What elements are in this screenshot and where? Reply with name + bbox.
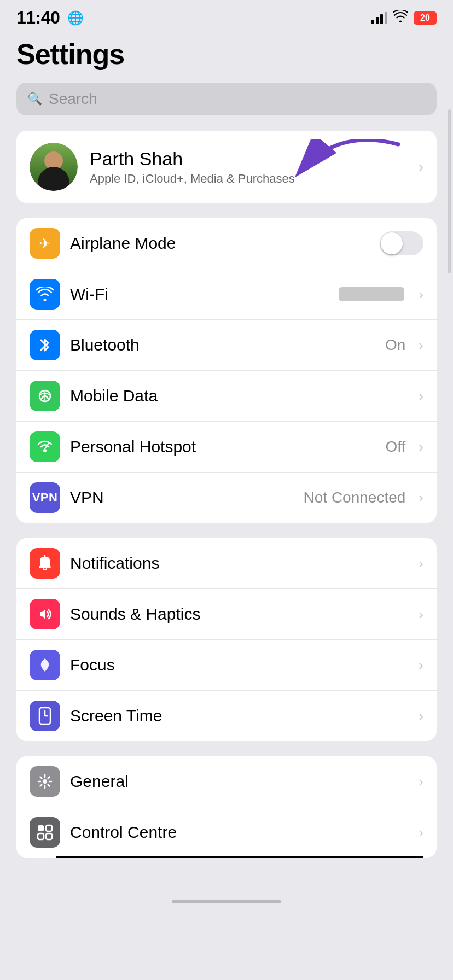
avatar — [30, 143, 78, 191]
list-item[interactable]: Wi-Fi › — [16, 269, 437, 319]
profile-subtitle: Apple ID, iCloud+, Media & Purchases — [90, 172, 406, 186]
focus-icon — [30, 650, 60, 680]
list-item[interactable]: VPN VPN Not Connected › — [16, 472, 437, 523]
wifi-icon — [30, 279, 60, 310]
wifi-label: Wi-Fi — [70, 285, 329, 304]
svg-rect-4 — [39, 566, 51, 568]
search-bar[interactable]: 🔍 Search — [16, 83, 437, 115]
sounds-chevron: › — [419, 606, 423, 623]
svg-line-11 — [40, 777, 42, 779]
list-item[interactable]: ✈ Airplane Mode — [16, 218, 437, 269]
svg-rect-17 — [38, 833, 44, 839]
list-item[interactable]: Focus › — [16, 639, 437, 690]
page-content: Settings 🔍 Search — [0, 32, 453, 889]
control-centre-label: Control Centre — [70, 823, 409, 842]
svg-line-14 — [48, 777, 50, 779]
wifi-status-icon — [393, 10, 408, 26]
list-item[interactable]: General › — [16, 756, 437, 807]
airplane-mode-toggle[interactable] — [380, 231, 423, 255]
screen-time-icon — [30, 701, 60, 731]
notifications-icon — [30, 548, 60, 579]
wifi-value-blur — [339, 287, 404, 301]
general-section: General › Control Centre › — [16, 756, 437, 858]
list-item[interactable]: Screen Time › — [16, 690, 437, 741]
focus-label: Focus — [70, 656, 409, 674]
list-item[interactable]: Notifications › — [16, 538, 437, 588]
hotspot-value: Off — [385, 438, 405, 456]
page-title: Settings — [16, 38, 437, 71]
airplane-mode-icon: ✈ — [30, 228, 60, 259]
profile-row[interactable]: Parth Shah Apple ID, iCloud+, Media & Pu… — [16, 131, 437, 203]
vpn-label: VPN — [70, 488, 294, 507]
toggle-knob — [381, 232, 403, 254]
vpn-label-text: VPN — [32, 491, 58, 505]
status-icons: 20 — [371, 10, 437, 26]
list-item[interactable]: Sounds & Haptics › — [16, 588, 437, 639]
notifications-chevron: › — [419, 555, 423, 572]
search-placeholder: Search — [49, 90, 97, 108]
list-item[interactable]: Mobile Data › — [16, 370, 437, 421]
status-bar: 11:40 🌐 20 — [0, 0, 453, 32]
vpn-icon: VPN — [30, 482, 60, 513]
hotspot-icon — [30, 431, 60, 462]
home-indicator — [172, 900, 281, 903]
sounds-label: Sounds & Haptics — [70, 605, 409, 623]
screen-time-label: Screen Time — [70, 707, 409, 725]
mobile-data-icon — [30, 381, 60, 411]
control-centre-chevron: › — [419, 824, 423, 841]
list-item[interactable]: Control Centre › — [16, 807, 437, 858]
scrollbar[interactable] — [448, 109, 451, 273]
airplane-mode-label: Airplane Mode — [70, 234, 370, 253]
vpn-value: Not Connected — [304, 489, 406, 506]
svg-point-6 — [43, 779, 47, 784]
mobile-data-label: Mobile Data — [70, 387, 409, 405]
svg-line-12 — [48, 785, 50, 786]
bluetooth-value: On — [385, 336, 405, 354]
list-item[interactable]: Personal Hotspot Off › — [16, 421, 437, 472]
general-icon — [30, 766, 60, 797]
svg-rect-15 — [38, 825, 44, 831]
profile-info: Parth Shah Apple ID, iCloud+, Media & Pu… — [90, 148, 406, 186]
general-label: General — [70, 772, 409, 791]
hotspot-chevron: › — [419, 439, 423, 456]
status-time: 11:40 — [16, 8, 60, 28]
svg-rect-18 — [46, 833, 52, 839]
profile-card[interactable]: Parth Shah Apple ID, iCloud+, Media & Pu… — [16, 131, 437, 203]
signal-bars-icon — [371, 12, 387, 24]
sounds-icon — [30, 599, 60, 629]
search-icon: 🔍 — [27, 92, 42, 106]
svg-rect-16 — [46, 825, 52, 831]
focus-chevron: › — [419, 657, 423, 674]
mobile-data-chevron: › — [419, 388, 423, 405]
vpn-chevron: › — [419, 489, 423, 506]
battery-indicator: 20 — [414, 11, 437, 25]
control-centre-icon — [30, 817, 60, 848]
svg-line-13 — [40, 785, 42, 786]
profile-name: Parth Shah — [90, 148, 406, 170]
list-item[interactable]: Bluetooth On › — [16, 319, 437, 370]
general-chevron: › — [419, 773, 423, 790]
connectivity-section: ✈ Airplane Mode Wi-Fi — [16, 218, 437, 523]
globe-icon: 🌐 — [67, 10, 84, 26]
screen-time-chevron: › — [419, 708, 423, 725]
bluetooth-icon — [30, 330, 60, 360]
notifications-section: Notifications › Sounds & Haptics › — [16, 538, 437, 741]
profile-chevron: › — [419, 159, 423, 176]
bluetooth-label: Bluetooth — [70, 336, 375, 354]
hotspot-label: Personal Hotspot — [70, 438, 375, 456]
bluetooth-chevron: › — [419, 337, 423, 354]
notifications-label: Notifications — [70, 554, 409, 573]
wifi-chevron: › — [419, 286, 423, 303]
